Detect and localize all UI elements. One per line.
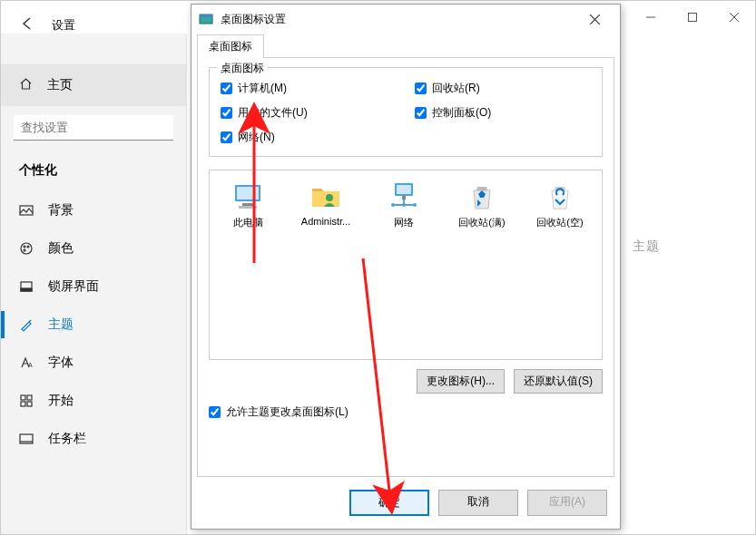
sidebar-item-label: 主题 bbox=[48, 316, 74, 333]
checkbox-computer-input[interactable] bbox=[221, 83, 232, 94]
image-icon bbox=[19, 203, 34, 218]
checkbox-allow-themes[interactable]: 允许主题更改桌面图标(L) bbox=[209, 404, 603, 420]
icon-label: 网络 bbox=[394, 216, 414, 229]
checkbox-network-input[interactable] bbox=[221, 131, 232, 143]
sidebar-item-theme[interactable]: 主题 bbox=[1, 306, 186, 344]
dialog-icon bbox=[199, 12, 213, 26]
dialog-close-button[interactable] bbox=[576, 6, 613, 32]
change-icon-button[interactable]: 更改图标(H)... bbox=[417, 369, 505, 394]
svg-rect-14 bbox=[21, 402, 25, 406]
checkbox-label: 网络(N) bbox=[238, 130, 275, 145]
svg-rect-13 bbox=[27, 395, 32, 400]
checkbox-control-input[interactable] bbox=[415, 107, 427, 119]
settings-topbar: 设置 bbox=[10, 8, 84, 43]
section-personalization: 个性化 bbox=[1, 150, 186, 184]
svg-point-31 bbox=[391, 203, 395, 207]
cancel-button[interactable]: 取消 bbox=[438, 490, 518, 516]
sidebar-item-taskbar[interactable]: 任务栏 bbox=[1, 420, 186, 458]
icon-item-thispc[interactable]: 此电脑 bbox=[219, 180, 277, 229]
home-icon bbox=[19, 77, 33, 93]
svg-point-8 bbox=[24, 249, 25, 251]
dialog-tabpanel: 桌面图标 计算机(M) 回收站(R) 用户的文件(U) 控制面板(O) 网络(N… bbox=[197, 57, 614, 477]
icon-item-admin[interactable]: Administr... bbox=[297, 180, 355, 227]
svg-point-7 bbox=[27, 246, 29, 248]
apply-button[interactable]: 应用(A) bbox=[527, 490, 607, 516]
dialog-title: 桌面图标设置 bbox=[221, 12, 576, 27]
svg-point-33 bbox=[413, 203, 417, 207]
maximize-button[interactable] bbox=[672, 4, 713, 31]
checkbox-userfiles-input[interactable] bbox=[221, 107, 232, 119]
checkbox-computer[interactable]: 计算机(M) bbox=[221, 81, 397, 96]
checkbox-control[interactable]: 控制面板(O) bbox=[415, 105, 591, 121]
svg-rect-1 bbox=[689, 14, 697, 22]
close-button[interactable] bbox=[713, 4, 755, 31]
sidebar-item-label: 颜色 bbox=[48, 240, 74, 257]
restore-default-button[interactable]: 还原默认值(S) bbox=[514, 369, 603, 394]
settings-title: 设置 bbox=[52, 17, 75, 34]
dialog-footer: 确定 取消 应用(A) bbox=[191, 482, 620, 529]
svg-point-26 bbox=[326, 194, 333, 201]
checkbox-label: 允许主题更改桌面图标(L) bbox=[226, 404, 349, 420]
svg-rect-15 bbox=[27, 402, 32, 406]
svg-rect-29 bbox=[402, 196, 406, 199]
checkbox-network[interactable]: 网络(N) bbox=[221, 130, 397, 145]
icon-label: 回收站(空) bbox=[536, 216, 583, 229]
palette-icon bbox=[19, 241, 34, 256]
svg-text:A: A bbox=[28, 362, 33, 368]
sidebar-item-label: 锁屏界面 bbox=[48, 278, 99, 295]
back-icon[interactable] bbox=[19, 15, 35, 35]
search-input[interactable] bbox=[14, 115, 173, 141]
checkbox-allow-themes-input[interactable] bbox=[209, 406, 221, 418]
checkbox-recycle-input[interactable] bbox=[415, 83, 427, 94]
sidebar-item-start[interactable]: 开始 bbox=[1, 382, 186, 420]
dialog-titlebar: 桌面图标设置 bbox=[191, 5, 620, 34]
sidebar-item-home[interactable]: 主页 bbox=[1, 64, 186, 106]
userfolder-icon bbox=[309, 180, 342, 212]
desktop-icon-dialog: 桌面图标设置 桌面图标 桌面图标 计算机(M) 回收站(R) 用户的文件(U) … bbox=[191, 4, 621, 530]
lockscreen-icon bbox=[19, 279, 34, 294]
svg-rect-10 bbox=[21, 288, 32, 291]
partial-text: 主题 bbox=[633, 238, 660, 255]
start-icon bbox=[19, 394, 34, 408]
taskbar-icon bbox=[19, 432, 34, 446]
svg-rect-25 bbox=[239, 206, 257, 209]
icon-label: Administr... bbox=[301, 216, 350, 227]
checkbox-userfiles[interactable]: 用户的文件(U) bbox=[221, 105, 397, 121]
recyclebin-empty-icon bbox=[544, 180, 576, 212]
sidebar-item-lockscreen[interactable]: 锁屏界面 bbox=[1, 268, 186, 306]
sidebar-item-color[interactable]: 颜色 bbox=[1, 229, 186, 268]
icon-item-recycleempty[interactable]: 回收站(空) bbox=[531, 180, 589, 229]
icon-label: 此电脑 bbox=[233, 216, 263, 229]
svg-point-6 bbox=[24, 246, 25, 248]
recyclebin-full-icon bbox=[466, 180, 498, 212]
desktop-icons-fieldset: 桌面图标 计算机(M) 回收站(R) 用户的文件(U) 控制面板(O) 网络(N… bbox=[209, 67, 603, 157]
home-label: 主页 bbox=[47, 77, 73, 93]
settings-sidebar: 主页 个性化 背景 颜色 锁屏界面 bbox=[1, 34, 187, 534]
svg-rect-19 bbox=[200, 15, 212, 17]
sidebar-item-label: 任务栏 bbox=[48, 431, 86, 447]
icon-label: 回收站(满) bbox=[458, 216, 505, 229]
checkbox-label: 控制面板(O) bbox=[432, 105, 491, 121]
checkbox-label: 用户的文件(U) bbox=[238, 105, 308, 121]
sidebar-item-label: 背景 bbox=[48, 202, 74, 219]
sidebar-item-background[interactable]: 背景 bbox=[1, 191, 186, 229]
network-icon bbox=[388, 180, 420, 212]
theme-icon bbox=[19, 317, 34, 332]
checkbox-recycle[interactable]: 回收站(R) bbox=[415, 81, 591, 96]
dialog-tabs: 桌面图标 bbox=[191, 34, 620, 57]
tab-desktop-icons[interactable]: 桌面图标 bbox=[197, 34, 264, 58]
icon-item-recyclefull[interactable]: 回收站(满) bbox=[453, 180, 511, 229]
svg-rect-24 bbox=[242, 203, 253, 206]
checkbox-label: 回收站(R) bbox=[432, 81, 480, 96]
svg-rect-23 bbox=[237, 187, 259, 199]
computer-icon bbox=[231, 180, 264, 212]
sidebar-item-label: 开始 bbox=[48, 393, 74, 409]
svg-point-5 bbox=[21, 243, 32, 254]
minimize-button[interactable] bbox=[630, 4, 672, 31]
icon-preview-box: 此电脑 Administr... 网络 回收站(满) 回收站(空) bbox=[209, 170, 603, 360]
icon-item-network[interactable]: 网络 bbox=[375, 180, 433, 229]
ok-button[interactable]: 确定 bbox=[349, 490, 429, 516]
svg-rect-28 bbox=[397, 185, 411, 194]
sidebar-item-font[interactable]: A 字体 bbox=[1, 344, 186, 382]
font-icon: A bbox=[19, 355, 34, 370]
